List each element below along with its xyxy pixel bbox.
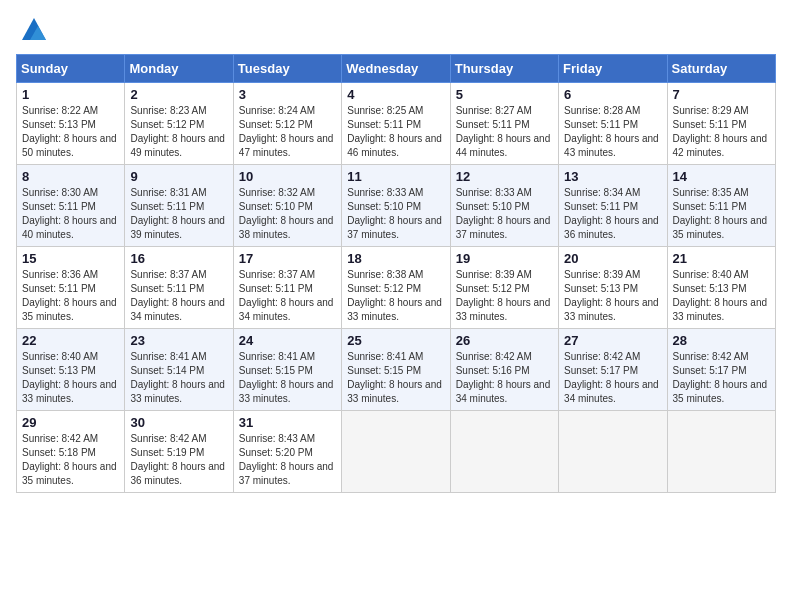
sunrise-text: Sunrise: 8:29 AM [673, 105, 749, 116]
sunset-text: Sunset: 5:11 PM [456, 119, 530, 130]
day-info: Sunrise: 8:42 AM Sunset: 5:16 PM Dayligh… [456, 350, 553, 406]
calendar-cell: 4 Sunrise: 8:25 AM Sunset: 5:11 PM Dayli… [342, 83, 450, 165]
sunrise-text: Sunrise: 8:40 AM [673, 269, 749, 280]
sunrise-text: Sunrise: 8:40 AM [22, 351, 98, 362]
day-number: 17 [239, 251, 336, 266]
daylight-text: Daylight: 8 hours and 37 minutes. [347, 215, 442, 240]
day-number: 5 [456, 87, 553, 102]
daylight-text: Daylight: 8 hours and 33 minutes. [22, 379, 117, 404]
sunrise-text: Sunrise: 8:41 AM [347, 351, 423, 362]
day-number: 10 [239, 169, 336, 184]
day-info: Sunrise: 8:39 AM Sunset: 5:13 PM Dayligh… [564, 268, 661, 324]
calendar-cell: 5 Sunrise: 8:27 AM Sunset: 5:11 PM Dayli… [450, 83, 558, 165]
daylight-text: Daylight: 8 hours and 35 minutes. [22, 297, 117, 322]
calendar-cell: 19 Sunrise: 8:39 AM Sunset: 5:12 PM Dayl… [450, 247, 558, 329]
daylight-text: Daylight: 8 hours and 44 minutes. [456, 133, 551, 158]
sunset-text: Sunset: 5:16 PM [456, 365, 530, 376]
sunset-text: Sunset: 5:11 PM [22, 201, 96, 212]
day-info: Sunrise: 8:42 AM Sunset: 5:19 PM Dayligh… [130, 432, 227, 488]
sunset-text: Sunset: 5:13 PM [22, 119, 96, 130]
sunrise-text: Sunrise: 8:39 AM [564, 269, 640, 280]
day-info: Sunrise: 8:43 AM Sunset: 5:20 PM Dayligh… [239, 432, 336, 488]
sunset-text: Sunset: 5:10 PM [347, 201, 421, 212]
day-info: Sunrise: 8:42 AM Sunset: 5:17 PM Dayligh… [673, 350, 770, 406]
day-info: Sunrise: 8:31 AM Sunset: 5:11 PM Dayligh… [130, 186, 227, 242]
daylight-text: Daylight: 8 hours and 47 minutes. [239, 133, 334, 158]
sunset-text: Sunset: 5:12 PM [239, 119, 313, 130]
sunset-text: Sunset: 5:10 PM [239, 201, 313, 212]
day-number: 19 [456, 251, 553, 266]
calendar-cell: 29 Sunrise: 8:42 AM Sunset: 5:18 PM Dayl… [17, 411, 125, 493]
sunset-text: Sunset: 5:12 PM [347, 283, 421, 294]
day-number: 11 [347, 169, 444, 184]
daylight-text: Daylight: 8 hours and 35 minutes. [673, 215, 768, 240]
day-number: 15 [22, 251, 119, 266]
calendar-cell: 14 Sunrise: 8:35 AM Sunset: 5:11 PM Dayl… [667, 165, 775, 247]
day-info: Sunrise: 8:37 AM Sunset: 5:11 PM Dayligh… [130, 268, 227, 324]
logo [16, 16, 48, 44]
day-number: 31 [239, 415, 336, 430]
calendar-cell: 15 Sunrise: 8:36 AM Sunset: 5:11 PM Dayl… [17, 247, 125, 329]
day-number: 3 [239, 87, 336, 102]
calendar-cell: 24 Sunrise: 8:41 AM Sunset: 5:15 PM Dayl… [233, 329, 341, 411]
day-number: 25 [347, 333, 444, 348]
day-number: 20 [564, 251, 661, 266]
sunset-text: Sunset: 5:13 PM [673, 283, 747, 294]
day-number: 12 [456, 169, 553, 184]
day-number: 13 [564, 169, 661, 184]
day-info: Sunrise: 8:33 AM Sunset: 5:10 PM Dayligh… [347, 186, 444, 242]
calendar-cell: 1 Sunrise: 8:22 AM Sunset: 5:13 PM Dayli… [17, 83, 125, 165]
daylight-text: Daylight: 8 hours and 40 minutes. [22, 215, 117, 240]
day-info: Sunrise: 8:41 AM Sunset: 5:15 PM Dayligh… [347, 350, 444, 406]
calendar-cell: 28 Sunrise: 8:42 AM Sunset: 5:17 PM Dayl… [667, 329, 775, 411]
sunrise-text: Sunrise: 8:38 AM [347, 269, 423, 280]
sunset-text: Sunset: 5:11 PM [673, 201, 747, 212]
day-info: Sunrise: 8:40 AM Sunset: 5:13 PM Dayligh… [22, 350, 119, 406]
sunset-text: Sunset: 5:15 PM [347, 365, 421, 376]
calendar-cell: 10 Sunrise: 8:32 AM Sunset: 5:10 PM Dayl… [233, 165, 341, 247]
calendar-cell: 30 Sunrise: 8:42 AM Sunset: 5:19 PM Dayl… [125, 411, 233, 493]
calendar-table: SundayMondayTuesdayWednesdayThursdayFrid… [16, 54, 776, 493]
daylight-text: Daylight: 8 hours and 33 minutes. [130, 379, 225, 404]
calendar-cell: 2 Sunrise: 8:23 AM Sunset: 5:12 PM Dayli… [125, 83, 233, 165]
sunrise-text: Sunrise: 8:33 AM [456, 187, 532, 198]
sunrise-text: Sunrise: 8:25 AM [347, 105, 423, 116]
daylight-text: Daylight: 8 hours and 38 minutes. [239, 215, 334, 240]
calendar-cell: 12 Sunrise: 8:33 AM Sunset: 5:10 PM Dayl… [450, 165, 558, 247]
day-number: 21 [673, 251, 770, 266]
sunrise-text: Sunrise: 8:39 AM [456, 269, 532, 280]
day-info: Sunrise: 8:42 AM Sunset: 5:18 PM Dayligh… [22, 432, 119, 488]
calendar-cell: 7 Sunrise: 8:29 AM Sunset: 5:11 PM Dayli… [667, 83, 775, 165]
sunset-text: Sunset: 5:11 PM [564, 119, 638, 130]
daylight-text: Daylight: 8 hours and 36 minutes. [130, 461, 225, 486]
day-info: Sunrise: 8:39 AM Sunset: 5:12 PM Dayligh… [456, 268, 553, 324]
sunset-text: Sunset: 5:13 PM [564, 283, 638, 294]
sunset-text: Sunset: 5:10 PM [456, 201, 530, 212]
day-info: Sunrise: 8:23 AM Sunset: 5:12 PM Dayligh… [130, 104, 227, 160]
daylight-text: Daylight: 8 hours and 37 minutes. [456, 215, 551, 240]
day-header-monday: Monday [125, 55, 233, 83]
day-info: Sunrise: 8:35 AM Sunset: 5:11 PM Dayligh… [673, 186, 770, 242]
calendar-cell [559, 411, 667, 493]
sunset-text: Sunset: 5:13 PM [22, 365, 96, 376]
daylight-text: Daylight: 8 hours and 39 minutes. [130, 215, 225, 240]
sunset-text: Sunset: 5:15 PM [239, 365, 313, 376]
day-number: 23 [130, 333, 227, 348]
calendar-header-row: SundayMondayTuesdayWednesdayThursdayFrid… [17, 55, 776, 83]
daylight-text: Daylight: 8 hours and 46 minutes. [347, 133, 442, 158]
day-header-wednesday: Wednesday [342, 55, 450, 83]
sunrise-text: Sunrise: 8:37 AM [239, 269, 315, 280]
daylight-text: Daylight: 8 hours and 33 minutes. [564, 297, 659, 322]
sunset-text: Sunset: 5:11 PM [22, 283, 96, 294]
daylight-text: Daylight: 8 hours and 49 minutes. [130, 133, 225, 158]
sunset-text: Sunset: 5:17 PM [673, 365, 747, 376]
sunrise-text: Sunrise: 8:22 AM [22, 105, 98, 116]
calendar-cell: 3 Sunrise: 8:24 AM Sunset: 5:12 PM Dayli… [233, 83, 341, 165]
calendar-body: 1 Sunrise: 8:22 AM Sunset: 5:13 PM Dayli… [17, 83, 776, 493]
day-number: 26 [456, 333, 553, 348]
sunset-text: Sunset: 5:12 PM [130, 119, 204, 130]
day-number: 16 [130, 251, 227, 266]
day-info: Sunrise: 8:22 AM Sunset: 5:13 PM Dayligh… [22, 104, 119, 160]
calendar-week-row: 29 Sunrise: 8:42 AM Sunset: 5:18 PM Dayl… [17, 411, 776, 493]
sunset-text: Sunset: 5:19 PM [130, 447, 204, 458]
